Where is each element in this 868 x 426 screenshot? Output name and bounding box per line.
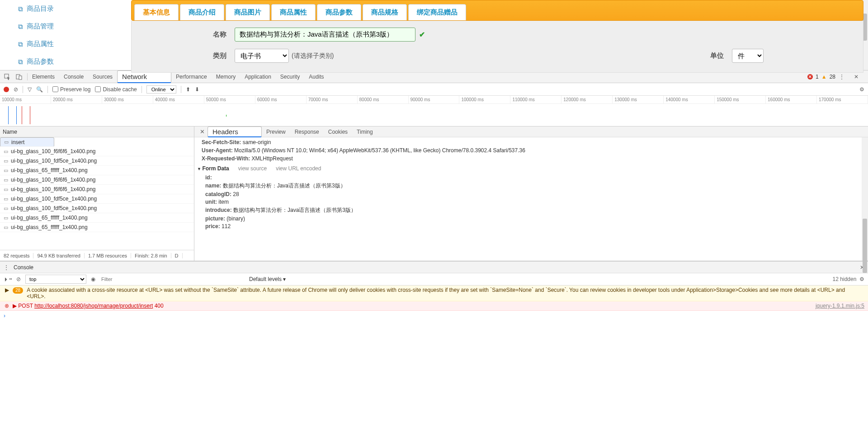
console-messages: ▶ 28 A cookie associated with a cross-si… bbox=[0, 286, 868, 426]
tab-headers[interactable]: Headers bbox=[208, 126, 262, 137]
sidebar-item-manage[interactable]: ⧉商品管理 bbox=[0, 18, 108, 35]
view-url-encoded-link[interactable]: view URL encoded bbox=[276, 165, 321, 172]
menu-icon[interactable]: ⋮ bbox=[838, 73, 845, 80]
throttling-select[interactable]: Online bbox=[146, 85, 176, 94]
warning-message: A cookie associated with a cross-site re… bbox=[27, 287, 864, 300]
sidebar-item-catalog[interactable]: ⧉商品目录 bbox=[0, 0, 108, 18]
console-prompt[interactable]: › bbox=[0, 311, 868, 321]
error-source[interactable]: jquery-1.9.1.min.js:5 bbox=[816, 303, 864, 309]
category-select[interactable]: 电子书 bbox=[235, 49, 289, 63]
request-row[interactable]: ▭ui-bg_glass_65_ffffff_1x400.png bbox=[0, 223, 194, 232]
request-row[interactable]: ▭ui-bg_glass_100_f6f6f6_1x400.png bbox=[0, 147, 194, 156]
upload-icon[interactable]: ⬆ bbox=[186, 86, 190, 93]
error-icon: ⊗ bbox=[4, 303, 10, 309]
request-row[interactable]: ▭insert bbox=[0, 137, 54, 147]
clear-icon[interactable]: ⊘ bbox=[16, 276, 21, 282]
form: 名称 ✔ 类别 电子书 (请选择子类别) 单位 件 bbox=[131, 21, 863, 73]
network-toolbar: ⊘ ▽ 🔍 Preserve log Disable cache Online … bbox=[0, 83, 868, 96]
request-row[interactable]: ▭ui-bg_glass_100_fdf5ce_1x400.png bbox=[0, 194, 194, 204]
tab-param[interactable]: 商品参数 bbox=[317, 4, 361, 20]
eye-icon[interactable]: ◉ bbox=[91, 276, 95, 282]
unit-select[interactable]: 件 bbox=[732, 49, 764, 63]
clear-icon[interactable]: ⊘ bbox=[14, 86, 18, 93]
timeline-ruler: 10000 ms20000 ms30000 ms40000 ms50000 ms… bbox=[0, 96, 868, 104]
svg-rect-2 bbox=[19, 76, 22, 80]
error-icon[interactable]: ✕ bbox=[807, 74, 813, 80]
request-row[interactable]: ▭ui-bg_glass_100_fdf5ce_1x400.png bbox=[0, 204, 194, 213]
expand-icon[interactable]: ▶ bbox=[4, 287, 10, 293]
file-icon: ▭ bbox=[4, 206, 8, 211]
tab-basic[interactable]: 基本信息 bbox=[134, 4, 179, 20]
preserve-log-checkbox[interactable]: Preserve log bbox=[52, 86, 90, 93]
sidebar-item-label: 商品目录 bbox=[27, 5, 54, 13]
levels-select[interactable]: Default levels ▾ bbox=[249, 276, 286, 282]
file-icon: ▭ bbox=[4, 149, 8, 154]
tab-gift[interactable]: 绑定商品赠品 bbox=[408, 4, 466, 20]
label-category: 类别 bbox=[190, 51, 226, 60]
copy-icon: ⧉ bbox=[18, 23, 23, 31]
inspect-icon[interactable] bbox=[4, 73, 11, 80]
content-area: 基本信息 商品介绍 商品图片 商品属性 商品参数 商品规格 绑定商品赠品 名称 … bbox=[127, 0, 868, 70]
tab-timing[interactable]: Timing bbox=[352, 126, 377, 137]
sidebar-toggle-icon[interactable]: ⏵▭ bbox=[4, 276, 12, 282]
menu-icon[interactable]: ⋮ bbox=[4, 264, 9, 271]
name-input[interactable] bbox=[235, 28, 415, 42]
file-icon: ▭ bbox=[4, 196, 8, 202]
warning-icon[interactable]: ▲ bbox=[821, 74, 827, 80]
download-icon[interactable]: ⬇ bbox=[195, 86, 199, 93]
console-tab[interactable]: Console bbox=[14, 264, 33, 271]
tab-cookies[interactable]: Cookies bbox=[324, 126, 352, 137]
disable-cache-checkbox[interactable]: Disable cache bbox=[95, 86, 137, 93]
copy-icon: ⧉ bbox=[18, 5, 23, 13]
filter-input[interactable] bbox=[100, 275, 245, 284]
tab-intro[interactable]: 商品介绍 bbox=[180, 4, 224, 20]
warning-badge: 28 bbox=[13, 287, 23, 294]
sidebar-item-attr[interactable]: ⧉商品属性 bbox=[0, 35, 108, 53]
row-category: 类别 电子书 (请选择子类别) 单位 件 bbox=[190, 49, 845, 63]
sidebar-item-label: 商品属性 bbox=[27, 40, 54, 48]
view-source-link[interactable]: view source bbox=[238, 165, 267, 172]
app-top-area: ⧉商品目录 ⧉商品管理 ⧉商品属性 ⧉商品参数 基本信息 商品介绍 商品图片 商… bbox=[0, 0, 868, 70]
network-split: Name ▭insert ▭ui-bg_glass_100_f6f6f6_1x4… bbox=[0, 126, 868, 261]
column-name[interactable]: Name bbox=[0, 126, 194, 137]
request-rows: ▭insert ▭ui-bg_glass_100_f6f6f6_1x400.pn… bbox=[0, 137, 194, 250]
search-icon[interactable]: 🔍 bbox=[36, 86, 43, 93]
request-row[interactable]: ▭ui-bg_glass_100_f6f6f6_1x400.png bbox=[0, 185, 194, 194]
check-icon: ✔ bbox=[419, 30, 425, 39]
request-row[interactable]: ▭ui-bg_glass_65_ffffff_1x400.png bbox=[0, 166, 194, 175]
sidebar-item-label: 商品管理 bbox=[27, 22, 54, 31]
console-drawer: ⋮ Console ✕ ⏵▭ ⊘ top ◉ Default levels ▾ … bbox=[0, 261, 868, 426]
detail-tabs: ✕ Headers Preview Response Cookies Timin… bbox=[194, 126, 868, 137]
label-unit: 单位 bbox=[688, 51, 724, 60]
console-error-row[interactable]: ⊗ ▶ POST http://localhost:8080/jshop/man… bbox=[0, 301, 868, 311]
row-name: 名称 ✔ bbox=[190, 28, 845, 42]
request-footer: 82 requests94.9 KB transferred1.7 MB res… bbox=[0, 250, 194, 261]
sidebar-item-param[interactable]: ⧉商品参数 bbox=[0, 53, 108, 70]
sidebar: ⧉商品目录 ⧉商品管理 ⧉商品属性 ⧉商品参数 bbox=[0, 0, 108, 70]
tab-attr[interactable]: 商品属性 bbox=[271, 4, 316, 20]
detail-scrollbar[interactable] bbox=[862, 137, 868, 261]
console-warning-row[interactable]: ▶ 28 A cookie associated with a cross-si… bbox=[0, 286, 868, 301]
tab-response[interactable]: Response bbox=[290, 126, 324, 137]
device-icon[interactable] bbox=[15, 73, 23, 80]
close-icon[interactable]: ✕ bbox=[853, 73, 860, 80]
timeline[interactable]: 10000 ms20000 ms30000 ms40000 ms50000 ms… bbox=[0, 96, 868, 126]
section-formdata[interactable]: Form Dataview sourceview URL encoded bbox=[197, 165, 861, 172]
sidebar-item-label: 商品参数 bbox=[27, 57, 54, 66]
gear-icon[interactable]: ⚙ bbox=[859, 86, 864, 93]
file-icon: ▭ bbox=[4, 168, 8, 173]
request-row[interactable]: ▭ui-bg_glass_100_fdf5ce_1x400.png bbox=[0, 156, 194, 166]
tab-elements[interactable]: Elements bbox=[28, 70, 59, 83]
tab-image[interactable]: 商品图片 bbox=[226, 4, 270, 20]
close-icon[interactable]: ✕ bbox=[197, 128, 208, 135]
filter-icon[interactable]: ▽ bbox=[28, 86, 32, 93]
tab-spec[interactable]: 商品规格 bbox=[363, 4, 407, 20]
tab-preview[interactable]: Preview bbox=[262, 126, 290, 137]
record-button[interactable] bbox=[4, 87, 9, 92]
hidden-count: 12 hidden ⚙ bbox=[833, 276, 864, 282]
request-row[interactable]: ▭ui-bg_glass_65_ffffff_1x400.png bbox=[0, 213, 194, 223]
context-select[interactable]: top bbox=[25, 275, 86, 284]
request-row[interactable]: ▭ui-bg_glass_100_f6f6f6_1x400.png bbox=[0, 175, 194, 185]
tab-sources[interactable]: Sources bbox=[88, 70, 117, 83]
tab-console[interactable]: Console bbox=[59, 70, 88, 83]
